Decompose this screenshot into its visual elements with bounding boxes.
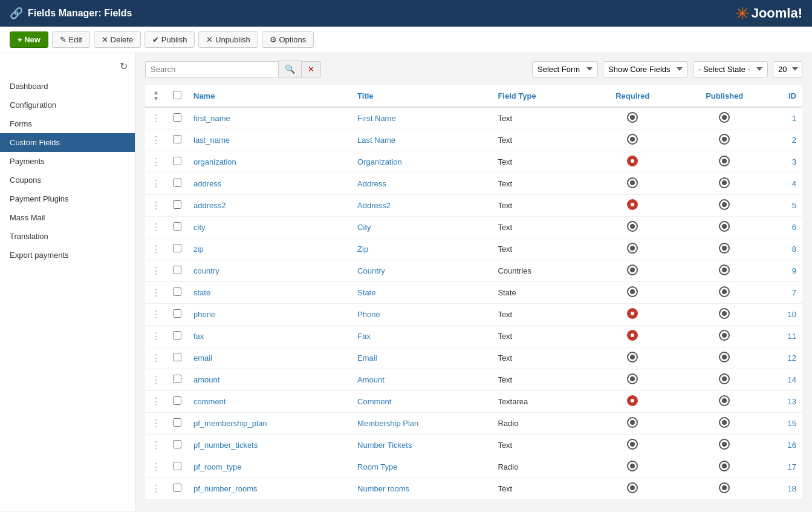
field-name-link[interactable]: organization: [193, 157, 236, 166]
field-title-link[interactable]: Address2: [357, 201, 391, 210]
edit-button[interactable]: ✎ Edit: [52, 31, 90, 48]
drag-handle-cell[interactable]: ⋮: [145, 173, 167, 195]
field-title-link[interactable]: Fax: [357, 332, 371, 341]
row-checkbox[interactable]: [173, 135, 181, 143]
required-status-icon[interactable]: [627, 199, 638, 210]
field-title-link[interactable]: Country: [357, 266, 385, 275]
required-status-icon[interactable]: [627, 243, 638, 254]
row-checkbox[interactable]: [173, 266, 181, 274]
drag-handle-icon[interactable]: ⋮: [151, 375, 161, 385]
row-checkbox-cell[interactable]: [167, 391, 187, 413]
drag-handle-icon[interactable]: ⋮: [151, 331, 161, 341]
row-checkbox-cell[interactable]: [167, 413, 187, 435]
drag-handle-icon[interactable]: ⋮: [151, 200, 161, 211]
field-name-link[interactable]: zip: [193, 245, 204, 254]
row-checkbox-cell[interactable]: [167, 130, 187, 151]
published-status-icon[interactable]: [719, 482, 730, 493]
published-status-icon[interactable]: [719, 439, 730, 450]
unpublish-button[interactable]: ✕ Unpublish: [198, 31, 258, 48]
field-title-link[interactable]: Number Tickets: [357, 441, 412, 450]
drag-handle-icon[interactable]: ⋮: [151, 113, 161, 123]
field-title-link[interactable]: Phone: [357, 310, 380, 319]
show-core-fields-filter[interactable]: Show Core Fields: [603, 61, 688, 77]
published-status-icon[interactable]: [719, 112, 730, 123]
row-checkbox[interactable]: [173, 418, 181, 427]
field-name-link[interactable]: email: [193, 353, 212, 363]
field-title-link[interactable]: Comment: [357, 397, 391, 406]
publish-button[interactable]: ✔ Publish: [145, 31, 195, 48]
new-button[interactable]: + New: [10, 31, 48, 48]
row-checkbox-cell[interactable]: [167, 282, 187, 304]
published-status-icon[interactable]: [719, 156, 730, 166]
field-title-link[interactable]: Organization: [357, 157, 402, 166]
sidebar-item-export-payments[interactable]: Export payments: [0, 246, 135, 264]
row-checkbox-cell[interactable]: [167, 217, 187, 238]
published-status-icon[interactable]: [719, 177, 730, 188]
sidebar-item-configuration[interactable]: Configuration: [0, 96, 135, 114]
required-status-icon[interactable]: [627, 177, 638, 188]
field-name-link[interactable]: first_name: [193, 114, 230, 123]
check-all-checkbox[interactable]: [173, 91, 181, 99]
published-status-icon[interactable]: [719, 243, 730, 254]
row-checkbox[interactable]: [173, 440, 181, 448]
published-status-icon[interactable]: [719, 199, 730, 210]
row-checkbox-cell[interactable]: [167, 478, 187, 500]
id-col-header[interactable]: ID: [772, 85, 802, 107]
drag-handle-cell[interactable]: ⋮: [145, 260, 167, 282]
drag-handle-icon[interactable]: ⋮: [151, 418, 161, 428]
drag-handle-icon[interactable]: ⋮: [151, 309, 161, 320]
delete-button[interactable]: ✕ Delete: [94, 31, 141, 48]
field-title-link[interactable]: Zip: [357, 245, 368, 254]
required-status-icon[interactable]: [627, 482, 638, 493]
field-name-link[interactable]: pf_number_rooms: [193, 484, 258, 493]
required-status-icon[interactable]: [627, 156, 638, 166]
drag-handle-icon[interactable]: ⋮: [151, 179, 161, 189]
row-checkbox[interactable]: [173, 200, 181, 209]
drag-handle-cell[interactable]: ⋮: [145, 413, 167, 435]
drag-handle-icon[interactable]: ⋮: [151, 266, 161, 276]
required-status-icon[interactable]: [627, 330, 638, 341]
field-title-link[interactable]: Number rooms: [357, 484, 409, 493]
drag-handle-cell[interactable]: ⋮: [145, 347, 167, 369]
field-title-link[interactable]: Address: [357, 179, 386, 188]
drag-handle-icon[interactable]: ⋮: [151, 222, 161, 232]
drag-handle-cell[interactable]: ⋮: [145, 456, 167, 478]
sidebar-item-payment-plugins[interactable]: Payment Plugins: [0, 189, 135, 208]
row-checkbox-cell[interactable]: [167, 238, 187, 260]
sidebar-item-forms[interactable]: Forms: [0, 114, 135, 133]
field-title-link[interactable]: Room Type: [357, 462, 397, 471]
drag-handle-icon[interactable]: ⋮: [151, 287, 161, 298]
published-col-header[interactable]: Published: [677, 85, 773, 107]
row-checkbox[interactable]: [173, 222, 181, 231]
field-title-link[interactable]: Amount: [357, 375, 385, 384]
clear-search-button[interactable]: ✕: [302, 61, 321, 77]
drag-handle-cell[interactable]: ⋮: [145, 151, 167, 173]
required-status-icon[interactable]: [627, 461, 638, 471]
published-status-icon[interactable]: [719, 373, 730, 384]
field-title-link[interactable]: City: [357, 223, 371, 232]
drag-handle-cell[interactable]: ⋮: [145, 130, 167, 151]
drag-handle-cell[interactable]: ⋮: [145, 107, 167, 130]
drag-handle-cell[interactable]: ⋮: [145, 435, 167, 456]
drag-handle-icon[interactable]: ⋮: [151, 135, 161, 145]
sidebar-item-mass-mail[interactable]: Mass Mail: [0, 208, 135, 227]
row-checkbox[interactable]: [173, 484, 181, 492]
field-title-link[interactable]: State: [357, 288, 375, 297]
sort-icons[interactable]: ▲ ▼: [151, 90, 161, 102]
required-status-icon[interactable]: [627, 417, 638, 428]
published-status-icon[interactable]: [719, 352, 730, 363]
field-type-col-header[interactable]: Field Type: [492, 85, 588, 107]
field-name-link[interactable]: address2: [193, 201, 226, 210]
published-status-icon[interactable]: [719, 417, 730, 428]
row-checkbox[interactable]: [173, 113, 181, 122]
published-status-icon[interactable]: [719, 395, 730, 406]
drag-handle-cell[interactable]: ⋮: [145, 326, 167, 347]
required-status-icon[interactable]: [627, 439, 638, 450]
drag-handle-icon[interactable]: ⋮: [151, 244, 161, 254]
field-name-link[interactable]: pf_number_tickets: [193, 441, 258, 450]
select-form-filter[interactable]: Select Form: [532, 61, 598, 77]
row-checkbox[interactable]: [173, 375, 181, 383]
field-name-link[interactable]: country: [193, 266, 219, 275]
per-page-select[interactable]: 20: [773, 61, 802, 77]
row-checkbox[interactable]: [173, 244, 181, 252]
